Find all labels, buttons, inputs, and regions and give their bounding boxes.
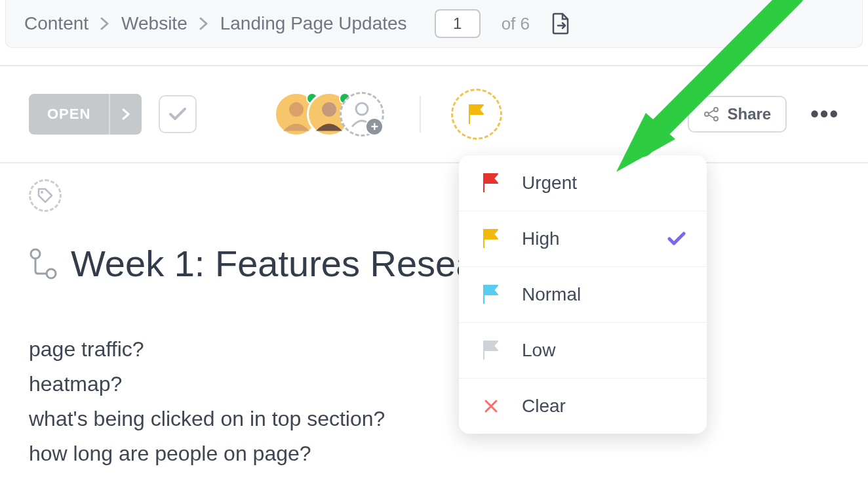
status-button-group: OPEN xyxy=(29,94,142,135)
status-caret-button[interactable] xyxy=(109,94,142,135)
body-line: page traffic? xyxy=(29,337,839,362)
body-line: heatmap? xyxy=(29,372,839,396)
assignees: + xyxy=(274,92,384,136)
breadcrumb-item-2[interactable]: Website xyxy=(121,13,187,34)
svg-point-3 xyxy=(705,112,709,116)
task-toolbar: OPEN + Share ••• xyxy=(0,66,868,162)
page-of-label: of 6 xyxy=(502,14,530,34)
svg-point-0 xyxy=(289,102,304,117)
task-description[interactable]: page traffic? heatmap? what's being clic… xyxy=(29,337,839,466)
check-icon xyxy=(667,232,686,246)
svg-point-5 xyxy=(714,117,718,121)
breadcrumb-bar: Content Website Landing Page Updates of … xyxy=(5,0,863,48)
priority-button[interactable] xyxy=(451,89,502,140)
close-icon xyxy=(480,399,502,413)
vertical-divider xyxy=(420,96,421,133)
priority-option-low[interactable]: Low xyxy=(459,323,707,379)
breadcrumb-item-3[interactable]: Landing Page Updates xyxy=(220,13,407,34)
more-menu-button[interactable]: ••• xyxy=(810,100,839,128)
priority-option-urgent[interactable]: Urgent xyxy=(459,156,707,211)
complete-task-button[interactable] xyxy=(159,95,197,133)
flag-icon xyxy=(480,340,502,361)
svg-point-6 xyxy=(41,191,43,194)
subtask-icon xyxy=(29,247,59,280)
svg-point-1 xyxy=(322,102,336,117)
priority-option-normal[interactable]: Normal xyxy=(459,267,707,323)
priority-label: Clear xyxy=(522,396,686,417)
body-line: what's being clicked on in top section? xyxy=(29,407,839,431)
task-title-row: Week 1: Features Research xyxy=(29,242,839,285)
svg-point-4 xyxy=(714,108,718,112)
priority-label: Normal xyxy=(522,284,686,305)
priority-label: High xyxy=(522,228,648,249)
add-assignee-button[interactable]: + xyxy=(340,92,384,136)
flag-icon xyxy=(480,284,502,305)
chevron-right-icon xyxy=(100,17,109,30)
share-icon xyxy=(703,106,719,122)
svg-point-8 xyxy=(47,269,56,278)
share-button[interactable]: Share xyxy=(688,96,787,133)
divider xyxy=(0,162,868,163)
priority-option-high[interactable]: High xyxy=(459,211,707,267)
priority-label: Low xyxy=(522,340,686,361)
page-number-input[interactable] xyxy=(435,9,481,38)
priority-dropdown: Urgent High Normal Low Clear xyxy=(459,156,707,434)
flag-icon xyxy=(480,173,502,194)
body-line: how long are people on page? xyxy=(29,442,839,466)
document-out-icon[interactable] xyxy=(551,12,570,35)
add-tag-button[interactable] xyxy=(29,179,62,212)
priority-option-clear[interactable]: Clear xyxy=(459,379,707,434)
chevron-right-icon xyxy=(199,17,208,30)
status-open-button[interactable]: OPEN xyxy=(29,94,109,135)
priority-label: Urgent xyxy=(522,173,686,194)
task-content: Week 1: Features Research page traffic? … xyxy=(0,179,868,466)
flag-icon xyxy=(480,228,502,249)
svg-point-7 xyxy=(31,249,40,259)
svg-point-2 xyxy=(356,103,368,115)
plus-icon: + xyxy=(365,117,384,136)
breadcrumb-item-1[interactable]: Content xyxy=(24,13,89,34)
share-label: Share xyxy=(727,105,771,123)
